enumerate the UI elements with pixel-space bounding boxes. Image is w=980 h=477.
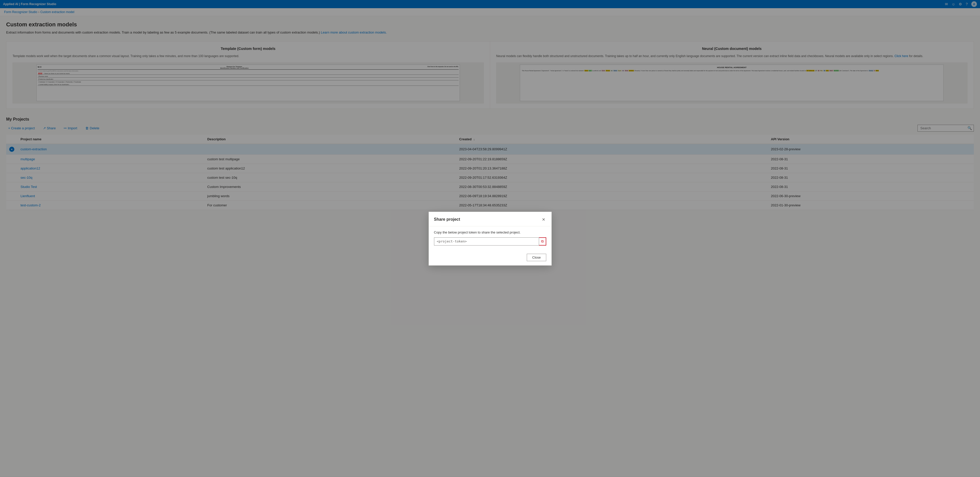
modal-title: Share project — [434, 217, 460, 222]
modal-close-button[interactable]: ✕ — [541, 216, 546, 223]
modal-header: Share project ✕ — [429, 212, 551, 227]
project-token-input[interactable] — [434, 237, 539, 246]
modal-overlay[interactable]: Share project ✕ Copy the below project t… — [0, 0, 980, 477]
token-row: ⧉ — [434, 237, 546, 246]
copy-token-button[interactable]: ⧉ — [539, 237, 546, 246]
modal-close-btn[interactable]: Close — [527, 254, 546, 261]
modal-footer: Close — [429, 254, 551, 265]
modal-description: Copy the below project token to share th… — [434, 230, 546, 234]
copy-icon: ⧉ — [541, 239, 544, 244]
share-project-modal: Share project ✕ Copy the below project t… — [429, 212, 552, 266]
modal-body: Copy the below project token to share th… — [429, 227, 551, 254]
